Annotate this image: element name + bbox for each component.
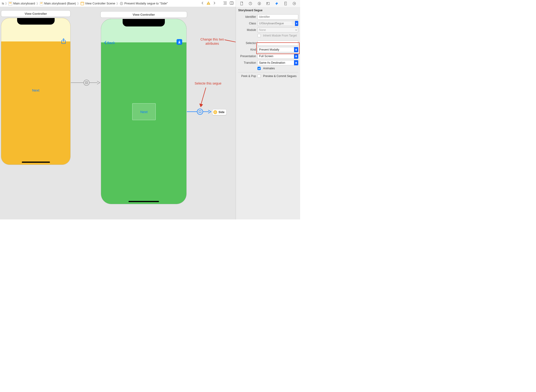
svg-rect-27 xyxy=(85,81,88,84)
connections-inspector-tab[interactable] xyxy=(292,1,297,6)
svg-text:?: ? xyxy=(259,2,260,5)
inspector-tab-bar: ? xyxy=(236,0,300,7)
home-indicator xyxy=(22,162,50,163)
field-label: Presentation xyxy=(236,55,256,58)
chevron-down-icon xyxy=(295,28,297,32)
back-button[interactable]: Back xyxy=(104,41,115,45)
checkbox-label: Inherit Module From Target xyxy=(263,34,297,37)
module-select[interactable]: None xyxy=(258,27,298,33)
annotation-text: Change this two attributes xyxy=(199,37,225,46)
share-icon[interactable] xyxy=(61,38,66,45)
field-label: Class xyxy=(236,22,256,25)
breadcrumb: ls ⟩ Main.storyboard ⟩ Main.storyboard (… xyxy=(0,2,199,5)
svg-rect-19 xyxy=(267,3,268,4)
svg-rect-8 xyxy=(208,4,209,4)
chevron-left-icon xyxy=(104,41,107,45)
annotation-highlight-box xyxy=(256,42,300,54)
breadcrumb-item[interactable]: ls ⟩ xyxy=(1,2,8,5)
device-notch xyxy=(17,18,55,25)
scene-title-bar[interactable]: View Controller xyxy=(1,10,71,17)
device-notch xyxy=(123,19,165,27)
breadcrumb-label: View Controller Scene xyxy=(85,2,115,5)
breadcrumb-item[interactable]: View Controller Scene ⟩ xyxy=(80,2,119,5)
breadcrumb-label: Main.storyboard (Base) xyxy=(44,2,76,5)
class-input[interactable] xyxy=(258,21,296,26)
inherit-module-checkbox[interactable] xyxy=(258,34,261,37)
storyboard-file-icon xyxy=(9,2,12,5)
svg-point-5 xyxy=(120,2,123,5)
segue-connector[interactable] xyxy=(71,82,84,83)
svg-rect-28 xyxy=(86,82,87,83)
destination-scene-chip[interactable]: Side xyxy=(212,109,226,115)
transition-select[interactable]: Same As Destination xyxy=(258,60,298,65)
transition-select-value: Same As Destination xyxy=(259,61,285,64)
scene-title-bar[interactable]: View Controller xyxy=(100,11,187,18)
history-back-button[interactable] xyxy=(201,1,204,5)
next-button[interactable]: Next xyxy=(140,110,148,114)
breadcrumb-item[interactable]: Present Modally segue to "Side" xyxy=(119,2,169,5)
breadcrumb-item[interactable]: Main.storyboard ⟩ xyxy=(8,2,38,5)
animates-checkbox[interactable] xyxy=(258,67,261,70)
segue-node-selected-icon[interactable] xyxy=(197,109,203,115)
select-stepper-icon[interactable] xyxy=(294,54,298,59)
field-label: Module xyxy=(236,28,256,32)
issues-warning-icon[interactable] xyxy=(206,1,210,6)
segue-connector xyxy=(90,82,98,83)
container-view[interactable]: Next xyxy=(132,103,156,120)
identifier-input[interactable] xyxy=(258,14,298,19)
identity-inspector-tab[interactable] xyxy=(265,1,271,6)
checkbox-label: Animates xyxy=(263,67,275,70)
breadcrumb-item[interactable]: Main.storyboard (Base) ⟩ xyxy=(39,2,80,5)
scene-icon xyxy=(80,2,84,5)
svg-rect-31 xyxy=(199,111,201,113)
clear-icon[interactable] xyxy=(292,22,295,24)
home-indicator xyxy=(129,201,159,202)
svg-line-34 xyxy=(201,88,206,105)
scene-title-label: View Controller xyxy=(25,12,47,15)
attributes-inspector-tab[interactable] xyxy=(274,1,279,6)
segue-connector-selected[interactable] xyxy=(187,112,197,112)
destination-scene-label: Side xyxy=(219,111,224,114)
checkbox-label: Preview & Commit Segues xyxy=(263,75,297,78)
field-label: Peek & Pop xyxy=(236,75,256,78)
download-icon[interactable] xyxy=(177,39,182,45)
class-dropdown-stepper[interactable] xyxy=(295,21,298,26)
svg-rect-3 xyxy=(81,2,84,5)
chevron-right-icon: ⟩ xyxy=(5,2,7,5)
top-toolbar: ls ⟩ Main.storyboard ⟩ Main.storyboard (… xyxy=(0,0,300,7)
svg-rect-6 xyxy=(121,3,122,4)
divider xyxy=(238,72,298,72)
peek-pop-checkbox[interactable] xyxy=(258,75,261,78)
history-forward-button[interactable] xyxy=(213,1,216,5)
svg-point-33 xyxy=(215,112,216,113)
presentation-select[interactable]: Full Screen xyxy=(258,54,298,59)
help-inspector-tab[interactable]: ? xyxy=(257,1,262,6)
annotation-arrow-icon xyxy=(225,39,236,46)
chevron-right-icon: ⟩ xyxy=(37,2,38,5)
storyboard-canvas[interactable]: View Controller Next View Controller Bac… xyxy=(0,7,236,219)
history-inspector-tab[interactable] xyxy=(248,1,253,6)
field-label: Transition xyxy=(236,61,256,64)
breadcrumb-label: Present Modally segue to "Side" xyxy=(124,2,168,5)
assistant-toggle-button[interactable] xyxy=(230,1,234,6)
svg-rect-7 xyxy=(208,3,209,4)
field-label: Identifier xyxy=(236,15,256,19)
file-inspector-tab[interactable] xyxy=(239,1,244,6)
field-label: Kind xyxy=(236,48,256,51)
next-button[interactable]: Next xyxy=(32,88,39,92)
segue-node-icon[interactable] xyxy=(83,80,90,86)
view-controller-preview[interactable]: Next xyxy=(1,18,71,165)
back-button-label: Back xyxy=(107,41,115,45)
svg-rect-1 xyxy=(41,3,42,4)
chevron-right-icon: ⟩ xyxy=(77,2,79,5)
scene-title-label: View Controller xyxy=(133,13,155,16)
storyboard-base-icon xyxy=(40,2,43,5)
annotation-arrow-icon xyxy=(199,87,208,109)
view-controller-preview[interactable]: Back Next xyxy=(101,19,187,204)
size-inspector-tab[interactable] xyxy=(283,1,288,6)
outline-toggle-button[interactable] xyxy=(223,1,227,6)
module-select-value: None xyxy=(259,28,266,32)
select-stepper-icon[interactable] xyxy=(294,60,298,65)
svg-rect-2 xyxy=(42,3,43,3)
arrow-right-icon xyxy=(97,80,101,85)
